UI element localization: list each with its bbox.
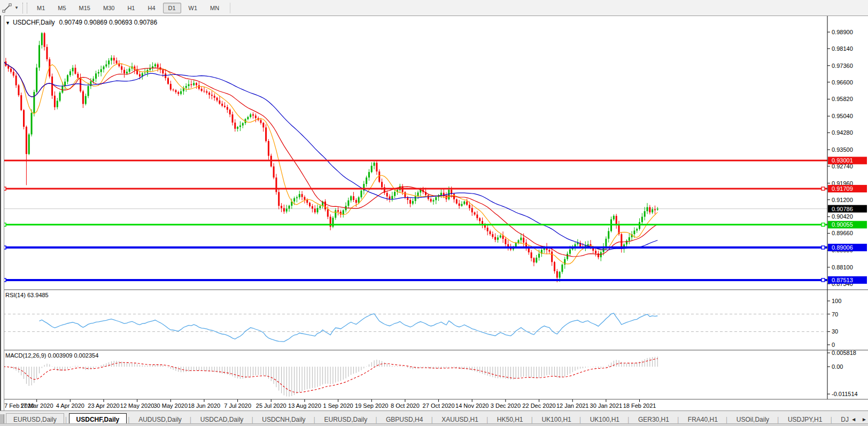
candle-body [234, 122, 236, 128]
candle-body [242, 123, 244, 125]
candle-body [487, 228, 489, 231]
candle-body [231, 114, 233, 122]
candle-body [85, 96, 87, 104]
price-badge-label: 0.90786 [832, 206, 853, 212]
axis-tick-label: 0.98900 [832, 29, 853, 35]
candle-body [654, 210, 656, 211]
candle-body [286, 208, 288, 211]
candle-body [538, 254, 540, 258]
timeframe-button-mn[interactable]: MN [205, 3, 224, 13]
timeframe-button-w1[interactable]: W1 [183, 3, 203, 13]
axis-tick-label: 0.95040 [832, 113, 853, 119]
candle-body [77, 74, 79, 78]
timeframe-button-m5[interactable]: M5 [52, 3, 71, 13]
toolbar-dropdown-caret-icon[interactable]: ▼ [13, 5, 20, 10]
symbol-caret-icon[interactable]: ▼ [5, 20, 10, 26]
chart-title: ▼USDCHF,Daily0.90749 0.90869 0.90693 0.9… [5, 19, 157, 26]
candle-body [64, 82, 66, 86]
level-line-handle[interactable] [821, 187, 825, 190]
price-chart-canvas[interactable]: 0.989000.981400.973600.966000.958200.950… [0, 16, 868, 411]
candle-body [260, 120, 262, 123]
axis-tick-label: 0.95820 [832, 96, 853, 102]
date-label: 1 Sep 2020 [323, 402, 353, 409]
candle-body [463, 202, 465, 204]
candle-body [41, 33, 43, 45]
candle-body [647, 207, 648, 212]
candle-body [343, 210, 344, 214]
candle-body [633, 230, 635, 234]
candle-body [121, 66, 122, 70]
candle-body [72, 68, 74, 72]
axis-tick-label: 0.97360 [832, 63, 853, 69]
candle-body [497, 237, 499, 239]
toolbar-grip[interactable] [22, 3, 27, 13]
rsi-name: RSI(14) [5, 292, 26, 298]
ma-line-8 [3, 61, 657, 264]
candle-body [616, 216, 617, 225]
candle-body [92, 79, 94, 81]
candle-body [185, 86, 187, 88]
candle-body [626, 241, 627, 244]
candle-body [252, 114, 254, 115]
date-label: 18 Feb 2021 [623, 402, 656, 409]
toolbar-separator [230, 3, 230, 13]
level-line-handle[interactable] [821, 223, 825, 226]
candle-body [20, 95, 22, 110]
candle-body [456, 199, 458, 204]
candle-body [371, 166, 373, 172]
candle-body [190, 84, 192, 86]
timeframe-button-m1[interactable]: M1 [32, 3, 50, 13]
candle-body [595, 251, 596, 253]
timeframe-button-h4[interactable]: H4 [142, 3, 160, 13]
candle-body [224, 106, 226, 107]
candle-body [129, 68, 130, 72]
axis-tick-label: 0.90420 [832, 213, 853, 220]
rsi-value: 63.9485 [27, 292, 49, 298]
candle-body [608, 231, 609, 238]
axis-tick-label: 0.88100 [832, 264, 853, 270]
date-axis[interactable]: 27 Feb 202017 Mar 20204 Apr 202023 Apr 2… [1, 399, 656, 409]
level-line-handle[interactable] [821, 246, 825, 249]
timeframe-button-h1[interactable]: H1 [122, 3, 140, 13]
candle-body [275, 177, 277, 192]
candle-body [299, 194, 300, 197]
tab-scroll-right-icon[interactable]: ► [862, 417, 867, 422]
price-axis[interactable]: 0.989000.981400.973600.966000.958200.950… [827, 29, 867, 397]
candle-body [229, 110, 231, 114]
candle-body [98, 72, 99, 74]
candle-body [417, 192, 419, 196]
candle-body [314, 208, 316, 212]
candle-body [520, 238, 522, 241]
candle-body [644, 211, 646, 216]
timeframe-button-m30[interactable]: M30 [98, 3, 120, 13]
candle-body [500, 236, 501, 238]
candle-body [100, 69, 102, 72]
date-label: 4 Apr 2020 [56, 402, 84, 409]
timeframe-button-d1[interactable]: D1 [163, 3, 181, 13]
candle-body [54, 96, 56, 107]
macd-value-main: 0.003909 [48, 352, 72, 359]
candle-body [391, 196, 393, 199]
level-line-handle[interactable] [821, 278, 825, 282]
candle-body [523, 238, 524, 243]
candle-body [180, 91, 182, 94]
candle-body [533, 258, 534, 262]
candle-body [337, 210, 339, 212]
candle-body [657, 209, 658, 210]
candle-body [219, 100, 220, 104]
candle-body [507, 244, 509, 247]
timeframe-button-m15[interactable]: M15 [74, 3, 96, 13]
toolbar: ▼ M1M5M15M30H1H4D1W1MN [0, 0, 868, 16]
candle-body [531, 252, 532, 258]
candle-body [435, 197, 437, 200]
date-label: 12 May 2020 [120, 402, 154, 409]
price-badge-label: 0.90055 [832, 221, 853, 228]
tab-scroll-left-icon[interactable]: ◄ [851, 417, 856, 422]
candle-body [237, 127, 238, 128]
candle-body [201, 89, 203, 91]
date-label: 22 Dec 2020 [522, 402, 555, 409]
line-tool-icon[interactable] [1, 3, 13, 13]
candle-body [304, 197, 305, 200]
date-label: 12 Jan 2021 [556, 402, 589, 409]
candle-body [461, 204, 462, 206]
